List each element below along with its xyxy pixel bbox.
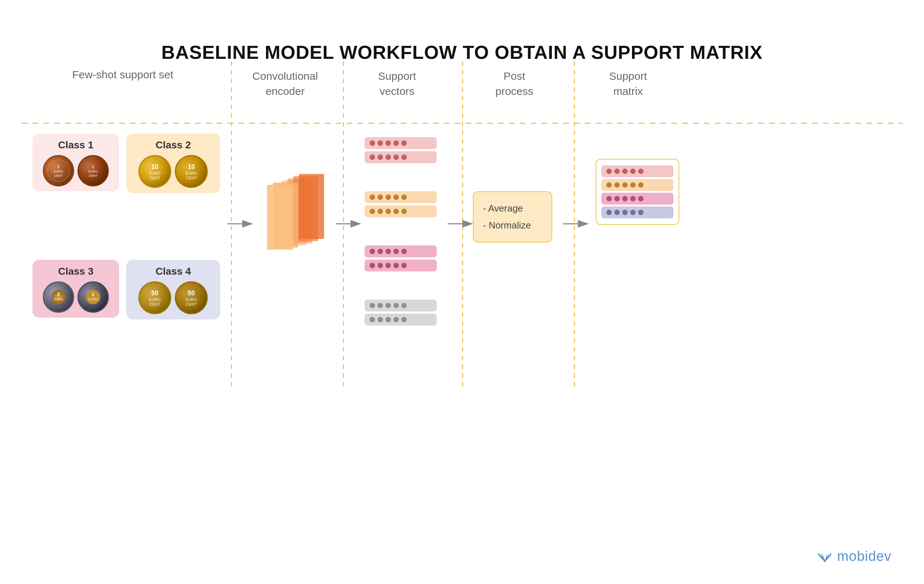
svg-text:CENT: CENT: [186, 176, 197, 180]
dot: [370, 195, 375, 200]
matrix-row-1: [601, 165, 673, 177]
class1-coins: 1 EURO CENT 1 EURO CENT: [36, 155, 116, 187]
dot: [386, 209, 391, 214]
vectors-class1: [365, 137, 437, 163]
dot: [606, 182, 612, 188]
dot: [378, 249, 383, 254]
dot: [638, 210, 644, 215]
col-header-3: Supportvectors: [346, 69, 447, 99]
svg-text:EURO: EURO: [54, 297, 63, 301]
dot: [370, 317, 375, 322]
svg-text:1: 1: [58, 165, 59, 169]
arrow-2: [336, 216, 365, 233]
dot: [386, 195, 391, 200]
dot: [378, 195, 383, 200]
dot: [614, 168, 620, 174]
class4-coins: 50 EURO CENT 50 EURO CENT: [130, 281, 216, 315]
class3-box: Class 3 2 EURO: [33, 260, 119, 318]
logo: mobidev: [815, 549, 891, 564]
matrix-row-3: [601, 193, 673, 205]
class4-label: Class 4: [130, 266, 216, 277]
dot: [614, 196, 620, 201]
dot: [370, 249, 375, 254]
dot: [401, 249, 407, 254]
svg-point-47: [824, 560, 826, 562]
dot: [393, 263, 399, 268]
dot: [630, 196, 635, 201]
vector-row-3a: [365, 246, 437, 257]
dot: [401, 140, 407, 146]
post-process-line1: - Average: [483, 200, 542, 217]
dot: [370, 209, 375, 214]
svg-text:CENT: CENT: [89, 174, 98, 178]
post-process-box: - Average - Normalize: [473, 191, 552, 243]
svg-text:2: 2: [57, 292, 59, 297]
svg-text:CENT: CENT: [149, 176, 160, 180]
dot: [393, 209, 399, 214]
class1-label: Class 1: [36, 139, 116, 151]
arrow-3-svg: [447, 216, 477, 231]
dot: [638, 196, 644, 201]
dot: [622, 182, 628, 188]
dot: [630, 168, 635, 174]
svg-rect-40: [267, 185, 293, 250]
coin3-2: 2 EURO: [77, 281, 109, 313]
logo-text: mobidev: [837, 549, 891, 564]
dot: [401, 209, 407, 214]
col-header-5: Supportmatrix: [581, 69, 675, 99]
svg-text:EURO: EURO: [88, 170, 98, 173]
col-header-1: Few-shot support set: [36, 69, 210, 81]
dot: [614, 182, 620, 188]
svg-text:EURO: EURO: [185, 171, 197, 175]
dot: [622, 196, 628, 201]
dot: [370, 140, 375, 146]
dot: [638, 168, 644, 174]
coin4-1: 50 EURO CENT: [138, 281, 172, 315]
vector-row-4b: [365, 313, 437, 325]
coin1-1: 1 EURO CENT: [42, 155, 75, 187]
dot: [378, 209, 383, 214]
dot: [606, 210, 612, 215]
arrow-2-svg: [336, 216, 365, 231]
dot: [378, 140, 383, 146]
dot: [630, 182, 635, 188]
dot: [630, 210, 635, 215]
dot: [401, 195, 407, 200]
vector-row-2b: [365, 205, 437, 217]
matrix-row-2: [601, 179, 673, 191]
svg-text:10: 10: [151, 163, 158, 170]
dot: [378, 303, 383, 308]
vectors-class4: [365, 300, 437, 325]
dot: [393, 195, 399, 200]
class3-coins: 2 EURO 2 EURO: [36, 281, 116, 313]
dot: [622, 210, 628, 215]
dot: [606, 196, 612, 201]
col-header-2: Convolutionalencoder: [238, 69, 332, 99]
dot: [393, 155, 399, 160]
diagram-layout: BASELINE MODEL WORKFLOW TO OBTAIN A SUPP…: [0, 0, 924, 584]
vector-row-1b: [365, 151, 437, 163]
dot: [378, 155, 383, 160]
dot: [378, 263, 383, 268]
vector-row-3b: [365, 259, 437, 271]
svg-text:CENT: CENT: [54, 174, 63, 178]
svg-text:EURO: EURO: [185, 297, 197, 302]
svg-text:EURO: EURO: [149, 297, 161, 302]
coin3-1: 2 EURO: [42, 281, 75, 313]
vector-row-2a: [365, 191, 437, 203]
vectors-class3: [365, 246, 437, 271]
vector-row-1a: [365, 137, 437, 149]
dot: [370, 155, 375, 160]
svg-text:1: 1: [92, 165, 94, 169]
arrow-4: [563, 216, 592, 233]
dot: [638, 182, 644, 188]
class3-label: Class 3: [36, 266, 116, 277]
mobidev-icon: [815, 549, 835, 564]
arrow-3: [447, 216, 477, 233]
dot: [401, 303, 407, 308]
cnn-encoder: [260, 173, 336, 258]
dot: [401, 317, 407, 322]
dot: [393, 303, 399, 308]
coin4-2: 50 EURO CENT: [174, 281, 209, 315]
col-header-4: Postprocess: [467, 69, 561, 99]
